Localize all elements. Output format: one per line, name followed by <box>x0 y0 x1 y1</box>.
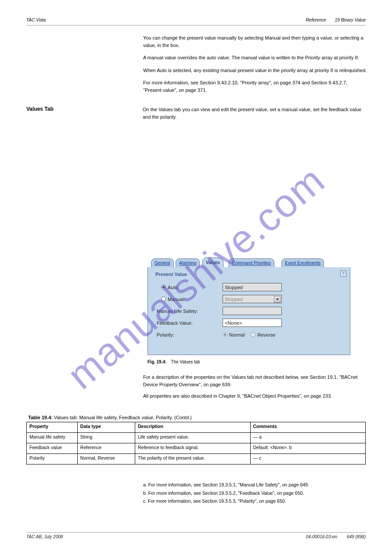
page-header: TAC Vista Reference 19 Binary Value <box>26 18 366 22</box>
footnote-b: b. For more information, see Section 19.… <box>143 490 367 497</box>
header-right: 19 Binary Value <box>335 18 366 22</box>
row-manual: Manual: Stopped <box>153 293 345 305</box>
footnote-block: a. For more information, see Section 19.… <box>143 482 367 506</box>
section-row: Values Tab On the Values tab you can vie… <box>26 106 366 120</box>
col-property: Property <box>27 422 78 433</box>
label-auto: Auto: <box>168 285 179 290</box>
row-polarity: Polarity: Normal Reverse <box>153 329 345 341</box>
table-row: Polarity Normal, Reverse The polarity of… <box>27 454 366 464</box>
radio-polarity-reverse[interactable] <box>251 332 255 337</box>
header-left: TAC Vista <box>26 18 46 22</box>
tab-general[interactable]: General <box>151 258 174 267</box>
page-container: TAC Vista Reference 19 Binary Value You … <box>0 0 392 555</box>
data-table: Property Data type Description Comments … <box>26 422 366 464</box>
figure-label: Fig. 19.4: <box>147 359 166 364</box>
label-polarity-normal: Normal <box>229 332 245 337</box>
tab-values[interactable]: Values <box>202 258 223 267</box>
section-text: On the Values tab you can view and edit … <box>143 106 366 120</box>
intro-p3: When Auto is selected, any existing manu… <box>143 67 367 74</box>
label-manual: Manual: <box>168 297 185 302</box>
footer-right: 649 (898) <box>347 534 366 539</box>
col-datatype: Data type <box>77 422 135 433</box>
input-mls[interactable] <box>223 307 282 315</box>
intro-p1: You can change the present value manuall… <box>143 34 367 49</box>
table-header-row: Property Data type Description Comments <box>27 422 366 433</box>
table-block: Table 19.4: Values tab: Manual life safe… <box>26 415 366 464</box>
radio-auto[interactable] <box>161 285 166 290</box>
footnote-a: a. For more information, see Section 19.… <box>143 482 367 488</box>
input-auto-value[interactable]: Stopped <box>223 283 282 291</box>
table-row: Feedback value Reference Reference to fe… <box>27 443 366 454</box>
figure-text: The Values tab <box>171 359 200 364</box>
header-center: Reference <box>306 18 326 22</box>
panel-body: ? Present Value Auto: Stopped Manual: <box>147 267 350 355</box>
table-title: Table 19.4: Values tab: Manual life safe… <box>28 415 366 420</box>
footnote-c: c. For more information, see Section 19.… <box>143 498 367 504</box>
footer-center: 04-00016-03-en <box>306 534 337 539</box>
intro-block: You can change the present value manuall… <box>143 34 367 94</box>
values-tab-panel: General Alarming Values Command Prioriti… <box>147 258 350 356</box>
radio-polarity-normal[interactable] <box>223 332 227 337</box>
row-feedback: Feedback Value: <None> <box>153 317 345 329</box>
tab-row: General Alarming Values Command Prioriti… <box>147 258 350 267</box>
table-row: Manual life safety String Life safety pr… <box>27 433 366 443</box>
tab-event-enrollments[interactable]: Event Enrollments <box>281 258 324 267</box>
label-feedback: Feedback Value: <box>153 320 223 326</box>
select-manual-value[interactable]: Stopped <box>223 295 282 303</box>
panel-title: Present Value <box>155 272 345 277</box>
mid-p1: For a description of the properties on t… <box>143 374 367 388</box>
mid-block: For a description of the properties on t… <box>143 374 367 404</box>
figure-caption: Fig. 19.4: The Values tab <box>147 359 200 364</box>
row-auto: Auto: Stopped <box>153 281 345 293</box>
chevron-down-icon <box>274 296 281 303</box>
label-mls: Manual Life Safety: <box>153 308 223 314</box>
col-comments: Comments <box>250 422 366 433</box>
tab-command-priorities[interactable]: Command Priorities <box>229 258 274 267</box>
mid-p2: All properties are also described in Cha… <box>143 392 367 400</box>
footer-left: TAC AB, July 2008 <box>26 534 63 539</box>
help-icon[interactable]: ? <box>340 271 346 277</box>
row-manual-life-safety: Manual Life Safety: <box>153 305 345 317</box>
radio-manual[interactable] <box>161 297 166 301</box>
section-label: Values Tab <box>26 106 143 120</box>
label-polarity: Polarity: <box>153 332 223 337</box>
label-polarity-reverse: Reverse <box>257 332 275 337</box>
tab-alarming[interactable]: Alarming <box>176 258 200 267</box>
col-description: Description <box>135 422 250 433</box>
input-feedback[interactable]: <None> <box>223 319 282 327</box>
page-footer: TAC AB, July 2008 04-00016-03-en 649 (89… <box>26 532 366 539</box>
header-divider <box>26 25 366 25</box>
intro-p4: For more information, see Section 9.43.2… <box>143 79 367 94</box>
intro-p2: A manual value overrides the auto value.… <box>143 54 367 62</box>
